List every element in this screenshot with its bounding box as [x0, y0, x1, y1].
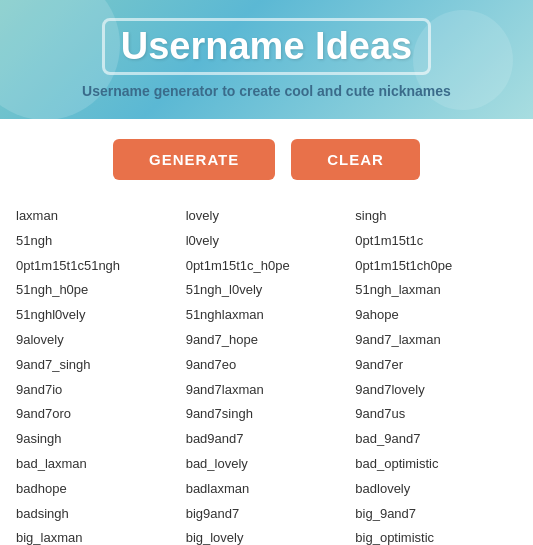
- username-column-2: lovelyl0vely0pt1m15t1c_h0pe51ngh_l0vely5…: [182, 204, 352, 545]
- list-item: bad9and7: [182, 427, 352, 452]
- controls-bar: GENERATE CLEAR: [0, 119, 533, 200]
- list-item: 0pt1m15t1c51ngh: [12, 254, 182, 279]
- list-item: 51ngh: [12, 229, 182, 254]
- list-item: laxman: [12, 204, 182, 229]
- list-item: 51ngh_laxman: [351, 278, 521, 303]
- list-item: badsingh: [12, 502, 182, 527]
- page-header: Username Ideas Username generator to cre…: [0, 0, 533, 119]
- list-item: 9and7eo: [182, 353, 352, 378]
- clear-button[interactable]: CLEAR: [291, 139, 420, 180]
- list-item: 9and7oro: [12, 402, 182, 427]
- username-column-1: laxman51ngh0pt1m15t1c51ngh51ngh_h0pe51ng…: [12, 204, 182, 545]
- list-item: big_laxman: [12, 526, 182, 545]
- list-item: 9and7io: [12, 378, 182, 403]
- list-item: badhope: [12, 477, 182, 502]
- list-item: big9and7: [182, 502, 352, 527]
- list-item: 51ngh_l0vely: [182, 278, 352, 303]
- list-item: singh: [351, 204, 521, 229]
- list-item: 9and7_singh: [12, 353, 182, 378]
- list-item: 9ahope: [351, 303, 521, 328]
- list-item: 9and7singh: [182, 402, 352, 427]
- username-grid: laxman51ngh0pt1m15t1c51ngh51ngh_h0pe51ng…: [0, 200, 533, 545]
- list-item: 9and7us: [351, 402, 521, 427]
- list-item: bad_lovely: [182, 452, 352, 477]
- list-item: big_optimistic: [351, 526, 521, 545]
- list-item: bad_9and7: [351, 427, 521, 452]
- list-item: 0pt1m15t1c: [351, 229, 521, 254]
- list-item: 9and7laxman: [182, 378, 352, 403]
- list-item: 0pt1m15t1c_h0pe: [182, 254, 352, 279]
- list-item: 0pt1m15t1ch0pe: [351, 254, 521, 279]
- list-item: big_9and7: [351, 502, 521, 527]
- page-subtitle: Username generator to create cool and cu…: [20, 83, 513, 99]
- list-item: 51ngh_h0pe: [12, 278, 182, 303]
- list-item: l0vely: [182, 229, 352, 254]
- username-column-3: singh0pt1m15t1c0pt1m15t1ch0pe51ngh_laxma…: [351, 204, 521, 545]
- generate-button[interactable]: GENERATE: [113, 139, 275, 180]
- list-item: 9asingh: [12, 427, 182, 452]
- list-item: 9and7er: [351, 353, 521, 378]
- list-item: 9and7lovely: [351, 378, 521, 403]
- list-item: 9alovely: [12, 328, 182, 353]
- list-item: 51nghl0vely: [12, 303, 182, 328]
- list-item: bad_optimistic: [351, 452, 521, 477]
- list-item: 51nghlaxman: [182, 303, 352, 328]
- list-item: bad_laxman: [12, 452, 182, 477]
- list-item: 9and7_hope: [182, 328, 352, 353]
- list-item: big_lovely: [182, 526, 352, 545]
- list-item: lovely: [182, 204, 352, 229]
- list-item: 9and7_laxman: [351, 328, 521, 353]
- list-item: badlovely: [351, 477, 521, 502]
- page-title: Username Ideas: [102, 18, 432, 75]
- list-item: badlaxman: [182, 477, 352, 502]
